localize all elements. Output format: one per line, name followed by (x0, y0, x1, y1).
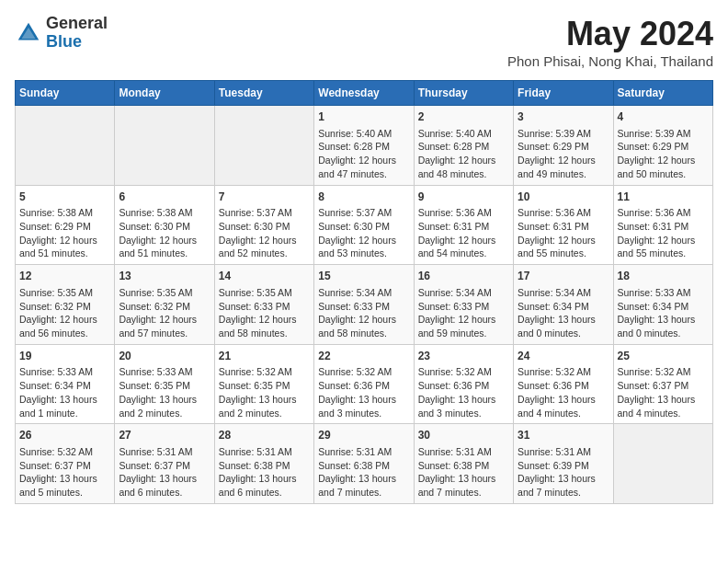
weekday-header-saturday: Saturday (613, 81, 712, 106)
day-info: Sunrise: 5:38 AM (119, 206, 210, 220)
day-info: and 57 minutes. (119, 327, 210, 340)
day-info: Sunset: 6:37 PM (618, 379, 709, 393)
calendar-cell (115, 106, 214, 186)
day-number: 18 (618, 269, 709, 284)
day-info: Daylight: 12 hours (518, 154, 609, 167)
day-number: 15 (318, 269, 409, 284)
day-info: and 58 minutes. (219, 327, 310, 340)
calendar-cell: 7Sunrise: 5:37 AMSunset: 6:30 PMDaylight… (214, 185, 313, 265)
day-number: 22 (318, 349, 409, 364)
day-info: Sunset: 6:38 PM (219, 459, 310, 473)
day-info: and 51 minutes. (119, 247, 210, 260)
day-info: Daylight: 12 hours (318, 234, 409, 247)
day-info: Daylight: 12 hours (318, 313, 409, 327)
calendar-cell: 14Sunrise: 5:35 AMSunset: 6:33 PMDayligh… (214, 265, 313, 345)
day-info: Sunrise: 5:31 AM (518, 445, 609, 459)
subtitle: Phon Phisai, Nong Khai, Thailand (507, 53, 713, 69)
calendar-cell: 21Sunrise: 5:32 AMSunset: 6:35 PMDayligh… (214, 344, 313, 424)
calendar-week-1: 1Sunrise: 5:40 AMSunset: 6:28 PMDaylight… (16, 106, 713, 186)
day-info: Daylight: 13 hours (418, 393, 509, 407)
day-info: and 58 minutes. (318, 327, 409, 340)
day-info: Daylight: 12 hours (518, 234, 609, 247)
day-info: Sunrise: 5:32 AM (219, 365, 310, 379)
day-info: Daylight: 12 hours (418, 313, 509, 327)
day-info: Sunset: 6:30 PM (219, 220, 310, 234)
logo: General Blue (15, 15, 108, 52)
day-number: 16 (418, 269, 509, 284)
day-info: and 5 minutes. (19, 486, 110, 500)
day-info: Sunrise: 5:31 AM (418, 445, 509, 459)
day-info: and 6 minutes. (119, 486, 210, 500)
weekday-header-tuesday: Tuesday (214, 81, 313, 106)
calendar-cell: 17Sunrise: 5:34 AMSunset: 6:34 PMDayligh… (514, 265, 613, 345)
day-number: 7 (219, 190, 310, 205)
day-info: Sunrise: 5:36 AM (418, 206, 509, 220)
day-info: Daylight: 13 hours (19, 472, 110, 486)
day-info: Daylight: 13 hours (518, 313, 609, 327)
calendar-cell: 28Sunrise: 5:31 AMSunset: 6:38 PMDayligh… (214, 424, 313, 504)
day-info: Sunrise: 5:33 AM (119, 365, 210, 379)
logo-general: General (46, 15, 108, 33)
day-info: Sunset: 6:33 PM (418, 300, 509, 314)
day-info: Sunset: 6:32 PM (119, 300, 210, 314)
title-block: May 2024 Phon Phisai, Nong Khai, Thailan… (507, 15, 713, 69)
day-number: 11 (618, 190, 709, 205)
day-number: 2 (418, 109, 509, 125)
day-info: Sunset: 6:34 PM (618, 300, 709, 314)
day-info: Daylight: 12 hours (19, 234, 110, 247)
day-info: Sunrise: 5:33 AM (19, 365, 110, 379)
logo-blue: Blue (46, 33, 108, 52)
day-info: Sunset: 6:31 PM (518, 220, 609, 234)
day-number: 20 (119, 349, 210, 364)
day-info: Daylight: 12 hours (119, 313, 210, 327)
logo-text: General Blue (46, 15, 108, 52)
day-info: Sunrise: 5:31 AM (219, 445, 310, 459)
weekday-header-sunday: Sunday (16, 81, 115, 106)
day-info: Sunrise: 5:39 AM (518, 127, 609, 141)
day-info: and 48 minutes. (418, 167, 509, 181)
day-number: 21 (219, 349, 310, 364)
day-info: Daylight: 13 hours (518, 472, 609, 486)
day-number: 24 (518, 349, 609, 364)
day-info: Daylight: 13 hours (618, 313, 709, 327)
calendar-week-2: 5Sunrise: 5:38 AMSunset: 6:29 PMDaylight… (16, 185, 713, 265)
day-info: Sunrise: 5:34 AM (518, 286, 609, 300)
day-info: Sunrise: 5:32 AM (418, 365, 509, 379)
day-info: Sunrise: 5:35 AM (119, 286, 210, 300)
day-info: Sunset: 6:34 PM (19, 379, 110, 393)
calendar-cell (214, 106, 313, 186)
day-info: Sunset: 6:30 PM (119, 220, 210, 234)
logo-icon (15, 19, 42, 47)
day-number: 3 (518, 109, 609, 125)
day-info: and 4 minutes. (618, 407, 709, 420)
day-number: 9 (418, 190, 509, 205)
day-number: 25 (618, 349, 709, 364)
calendar-cell: 6Sunrise: 5:38 AMSunset: 6:30 PMDaylight… (115, 185, 214, 265)
day-info: Sunset: 6:39 PM (518, 459, 609, 473)
calendar-cell: 4Sunrise: 5:39 AMSunset: 6:29 PMDaylight… (613, 106, 712, 186)
day-number: 10 (518, 190, 609, 205)
day-info: and 7 minutes. (518, 486, 609, 500)
day-number: 4 (618, 109, 709, 125)
day-info: Daylight: 12 hours (119, 234, 210, 247)
day-info: and 54 minutes. (418, 247, 509, 260)
calendar-cell: 19Sunrise: 5:33 AMSunset: 6:34 PMDayligh… (16, 344, 115, 424)
day-info: Sunset: 6:35 PM (119, 379, 210, 393)
calendar-cell: 30Sunrise: 5:31 AMSunset: 6:38 PMDayligh… (414, 424, 513, 504)
day-info: Sunset: 6:36 PM (418, 379, 509, 393)
day-number: 6 (119, 190, 210, 205)
day-info: Daylight: 13 hours (119, 393, 210, 407)
day-info: Sunrise: 5:32 AM (618, 365, 709, 379)
day-info: Daylight: 13 hours (318, 472, 409, 486)
day-info: and 55 minutes. (618, 247, 709, 260)
day-info: Sunset: 6:33 PM (219, 300, 310, 314)
calendar-cell: 18Sunrise: 5:33 AMSunset: 6:34 PMDayligh… (613, 265, 712, 345)
calendar-cell: 8Sunrise: 5:37 AMSunset: 6:30 PMDaylight… (314, 185, 414, 265)
weekday-header-wednesday: Wednesday (314, 81, 414, 106)
calendar-cell: 10Sunrise: 5:36 AMSunset: 6:31 PMDayligh… (514, 185, 613, 265)
main-title: May 2024 (507, 15, 713, 53)
day-info: Sunset: 6:32 PM (19, 300, 110, 314)
calendar-cell (16, 106, 115, 186)
day-info: Sunrise: 5:36 AM (618, 206, 709, 220)
day-info: and 4 minutes. (518, 407, 609, 420)
